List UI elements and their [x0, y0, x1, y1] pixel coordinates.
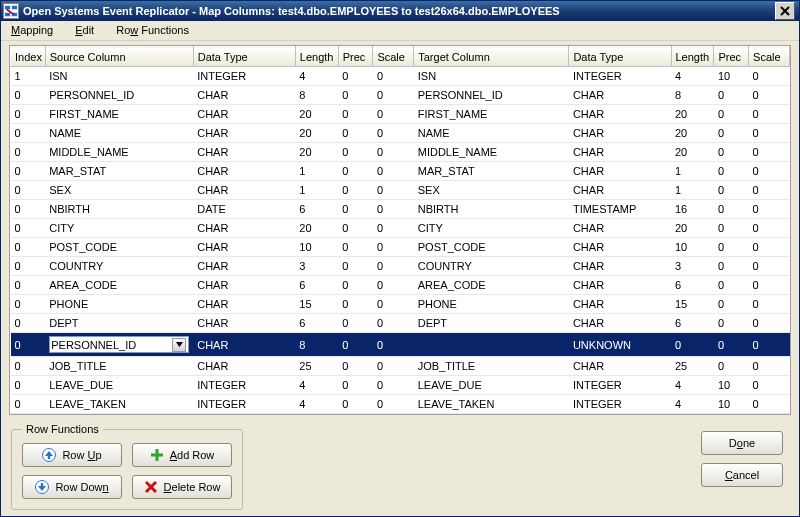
cell-data-type[interactable]: CHAR — [193, 105, 295, 124]
cell-scale[interactable]: 0 — [373, 105, 414, 124]
cell-prec-2[interactable]: 0 — [714, 105, 749, 124]
cell-data-type-2[interactable]: CHAR — [569, 162, 671, 181]
table-row[interactable]: 0NBIRTHDATE600NBIRTHTIMESTAMP1600 — [11, 200, 790, 219]
cell-length[interactable]: 3 — [295, 257, 338, 276]
cell-index[interactable]: 0 — [11, 295, 46, 314]
cell-source-column[interactable]: DEPT — [45, 314, 193, 333]
cell-prec-2[interactable]: 0 — [714, 295, 749, 314]
cell-data-type[interactable]: CHAR — [193, 276, 295, 295]
cell-prec-2[interactable]: 0 — [714, 238, 749, 257]
cell-source-column[interactable]: MIDDLE_NAME — [45, 143, 193, 162]
cell-scale[interactable]: 0 — [373, 357, 414, 376]
cell-prec-2[interactable]: 10 — [714, 376, 749, 395]
cell-target-column[interactable]: POST_CODE — [414, 238, 569, 257]
cell-scale-2[interactable]: 0 — [749, 314, 790, 333]
cell-prec-2[interactable]: 0 — [714, 124, 749, 143]
cell-data-type[interactable]: CHAR — [193, 86, 295, 105]
cell-data-type-2[interactable]: TIMESTAMP — [569, 200, 671, 219]
cell-data-type-2[interactable]: UNKNOWN — [569, 333, 671, 357]
cell-length[interactable]: 10 — [295, 238, 338, 257]
cell-length[interactable]: 20 — [295, 105, 338, 124]
menu-mapping[interactable]: Mapping — [7, 22, 57, 38]
cell-scale-2[interactable]: 0 — [749, 86, 790, 105]
cell-prec[interactable]: 0 — [338, 295, 373, 314]
cell-data-type-2[interactable]: CHAR — [569, 181, 671, 200]
cell-data-type-2[interactable]: CHAR — [569, 276, 671, 295]
cell-prec-2[interactable]: 0 — [714, 276, 749, 295]
cell-prec[interactable]: 0 — [338, 181, 373, 200]
cell-prec[interactable]: 0 — [338, 86, 373, 105]
cell-prec-2[interactable]: 0 — [714, 333, 749, 357]
cancel-button[interactable]: Cancel — [701, 463, 783, 487]
cell-target-column[interactable]: MAR_STAT — [414, 162, 569, 181]
cell-index[interactable]: 0 — [11, 162, 46, 181]
menu-row-functions[interactable]: Row Functions — [112, 22, 193, 38]
cell-data-type-2[interactable]: CHAR — [569, 257, 671, 276]
cell-length-2[interactable]: 8 — [671, 86, 714, 105]
cell-index[interactable]: 0 — [11, 219, 46, 238]
cell-scale-2[interactable]: 0 — [749, 238, 790, 257]
cell-scale-2[interactable]: 0 — [749, 376, 790, 395]
hdr-scale-2[interactable]: Scale — [749, 47, 790, 67]
cell-prec[interactable]: 0 — [338, 276, 373, 295]
table-row[interactable]: 0SEXCHAR100SEXCHAR100 — [11, 181, 790, 200]
hdr-index[interactable]: Index — [11, 47, 46, 67]
add-row-button[interactable]: Add Row — [132, 443, 232, 467]
cell-scale-2[interactable]: 0 — [749, 295, 790, 314]
cell-index[interactable]: 0 — [11, 105, 46, 124]
cell-data-type-2[interactable]: CHAR — [569, 357, 671, 376]
table-row[interactable]: 0LEAVE_TAKENINTEGER400LEAVE_TAKENINTEGER… — [11, 395, 790, 414]
cell-scale[interactable]: 0 — [373, 257, 414, 276]
cell-prec[interactable]: 0 — [338, 357, 373, 376]
cell-source-column[interactable]: LEAVE_TAKEN — [45, 395, 193, 414]
cell-target-column[interactable]: PERSONNEL_ID — [414, 86, 569, 105]
cell-prec-2[interactable]: 0 — [714, 357, 749, 376]
cell-prec-2[interactable]: 0 — [714, 86, 749, 105]
cell-target-column[interactable]: JOB_TITLE — [414, 357, 569, 376]
cell-prec[interactable]: 0 — [338, 67, 373, 86]
cell-data-type[interactable]: CHAR — [193, 219, 295, 238]
cell-index[interactable]: 0 — [11, 314, 46, 333]
cell-scale-2[interactable]: 0 — [749, 124, 790, 143]
cell-length[interactable]: 6 — [295, 276, 338, 295]
cell-length-2[interactable]: 3 — [671, 257, 714, 276]
cell-prec-2[interactable]: 0 — [714, 162, 749, 181]
cell-length[interactable]: 20 — [295, 143, 338, 162]
cell-data-type[interactable]: CHAR — [193, 257, 295, 276]
hdr-prec[interactable]: Prec — [338, 47, 373, 67]
hdr-data-type-2[interactable]: Data Type — [569, 47, 671, 67]
cell-data-type-2[interactable]: CHAR — [569, 219, 671, 238]
table-row[interactable]: 0CITYCHAR2000CITYCHAR2000 — [11, 219, 790, 238]
cell-scale[interactable]: 0 — [373, 376, 414, 395]
cell-index[interactable]: 0 — [11, 238, 46, 257]
table-row[interactable]: 0MIDDLE_NAMECHAR2000MIDDLE_NAMECHAR2000 — [11, 143, 790, 162]
cell-data-type[interactable]: CHAR — [193, 333, 295, 357]
table-row[interactable]: 0DEPTCHAR600DEPTCHAR600 — [11, 314, 790, 333]
cell-source-column[interactable]: CITY — [45, 219, 193, 238]
cell-length[interactable]: 4 — [295, 395, 338, 414]
table-row[interactable]: 0JOB_TITLECHAR2500JOB_TITLECHAR2500 — [11, 357, 790, 376]
cell-source-column[interactable]: PHONE — [45, 295, 193, 314]
table-row[interactable]: 0FIRST_NAMECHAR2000FIRST_NAMECHAR2000 — [11, 105, 790, 124]
cell-index[interactable]: 0 — [11, 181, 46, 200]
cell-data-type-2[interactable]: CHAR — [569, 86, 671, 105]
cell-length-2[interactable]: 4 — [671, 395, 714, 414]
cell-index[interactable]: 0 — [11, 86, 46, 105]
cell-scale[interactable]: 0 — [373, 124, 414, 143]
cell-scale[interactable]: 0 — [373, 162, 414, 181]
hdr-prec-2[interactable]: Prec — [714, 47, 749, 67]
cell-index[interactable]: 0 — [11, 200, 46, 219]
cell-prec[interactable]: 0 — [338, 395, 373, 414]
cell-scale[interactable]: 0 — [373, 295, 414, 314]
cell-scale-2[interactable]: 0 — [749, 105, 790, 124]
cell-prec-2[interactable]: 0 — [714, 314, 749, 333]
cell-data-type[interactable]: CHAR — [193, 124, 295, 143]
cell-scale-2[interactable]: 0 — [749, 276, 790, 295]
cell-index[interactable]: 0 — [11, 357, 46, 376]
cell-length-2[interactable]: 6 — [671, 276, 714, 295]
cell-target-column[interactable]: CITY — [414, 219, 569, 238]
cell-scale-2[interactable]: 0 — [749, 395, 790, 414]
cell-index[interactable]: 0 — [11, 376, 46, 395]
cell-target-column[interactable]: NAME — [414, 124, 569, 143]
cell-prec-2[interactable]: 0 — [714, 219, 749, 238]
